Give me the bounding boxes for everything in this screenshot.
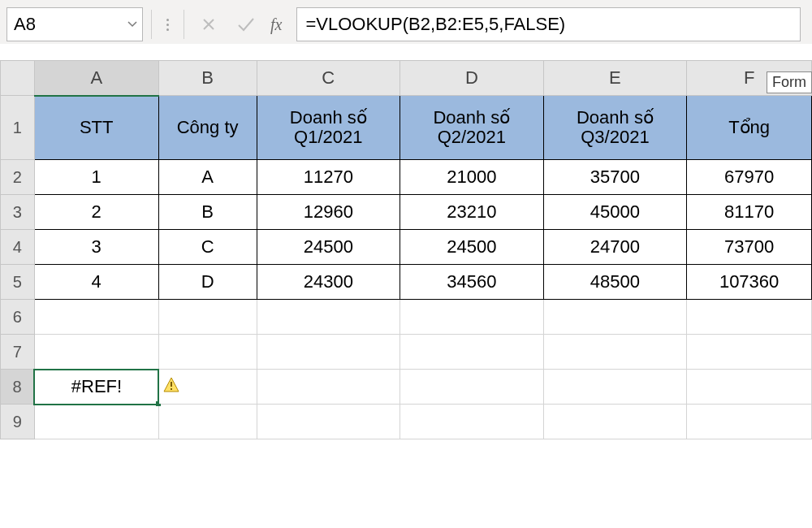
cell-F5[interactable]: 107360 bbox=[687, 265, 812, 300]
name-box[interactable]: A8 bbox=[6, 7, 143, 41]
column-header-D[interactable]: D bbox=[400, 61, 544, 96]
cell-A3[interactable]: 2 bbox=[34, 195, 158, 230]
row-header-4[interactable]: 4 bbox=[1, 230, 35, 265]
row-header-5[interactable]: 5 bbox=[1, 265, 35, 300]
cell-D3[interactable]: 23210 bbox=[400, 195, 544, 230]
cell-A8-value: #REF! bbox=[71, 376, 122, 396]
cell-C8[interactable] bbox=[257, 370, 400, 405]
cell-C2[interactable]: 11270 bbox=[257, 160, 400, 195]
separator bbox=[151, 10, 152, 39]
cell-E8[interactable] bbox=[543, 370, 687, 405]
select-all-corner[interactable] bbox=[1, 61, 35, 96]
row-header-1[interactable]: 1 bbox=[1, 96, 35, 160]
row-header-3[interactable]: 3 bbox=[1, 195, 35, 230]
cell-B7[interactable] bbox=[158, 335, 257, 370]
formula-text: =VLOOKUP(B2,B2:E5,5,FALSE) bbox=[305, 14, 565, 35]
cell-A7[interactable] bbox=[34, 335, 158, 370]
cell-E4[interactable]: 24700 bbox=[543, 230, 687, 265]
enter-formula-button[interactable] bbox=[230, 8, 262, 41]
row-header-9[interactable]: 9 bbox=[1, 405, 35, 439]
svg-rect-0 bbox=[171, 382, 172, 387]
cell-C9[interactable] bbox=[257, 405, 400, 439]
cell-E2[interactable]: 35700 bbox=[543, 160, 687, 195]
error-trace-icon[interactable] bbox=[162, 376, 180, 394]
cell-D2[interactable]: 21000 bbox=[400, 160, 544, 195]
row-header-8[interactable]: 8 bbox=[1, 370, 35, 405]
cell-F3[interactable]: 81170 bbox=[687, 195, 812, 230]
separator bbox=[184, 10, 184, 39]
cell-C7[interactable] bbox=[257, 335, 400, 370]
cell-B9[interactable] bbox=[158, 405, 257, 439]
cell-F8[interactable] bbox=[687, 370, 812, 405]
cell-A8-active[interactable]: #REF! bbox=[34, 370, 158, 405]
cell-E9[interactable] bbox=[543, 405, 687, 439]
cell-C3[interactable]: 12960 bbox=[257, 195, 400, 230]
cell-C6[interactable] bbox=[257, 300, 400, 335]
cell-C4[interactable]: 24500 bbox=[257, 230, 400, 265]
insert-function-button[interactable]: fx bbox=[267, 15, 292, 34]
cell-D1[interactable]: Doanh số Q2/2021 bbox=[400, 96, 544, 160]
cell-F6[interactable] bbox=[687, 300, 812, 335]
cell-D6[interactable] bbox=[400, 300, 544, 335]
column-header-A[interactable]: A bbox=[34, 61, 158, 96]
name-box-value: A8 bbox=[14, 14, 36, 35]
cell-B8[interactable] bbox=[158, 370, 257, 405]
cell-A9[interactable] bbox=[34, 405, 158, 439]
cell-F7[interactable] bbox=[687, 335, 812, 370]
cell-E6[interactable] bbox=[543, 300, 687, 335]
cell-A6[interactable] bbox=[34, 300, 158, 335]
cell-B4[interactable]: C bbox=[158, 230, 257, 265]
row-header-7[interactable]: 7 bbox=[1, 335, 35, 370]
name-box-dropdown-icon[interactable] bbox=[127, 21, 137, 28]
cell-A2[interactable]: 1 bbox=[34, 160, 158, 195]
svg-rect-1 bbox=[171, 388, 172, 390]
cell-B6[interactable] bbox=[158, 300, 257, 335]
cell-B1[interactable]: Công ty bbox=[158, 96, 257, 160]
cell-B2[interactable]: A bbox=[158, 160, 257, 195]
formula-bar-row: A8 fx =VLOOKUP(B2,B2:E5,5,FALSE) bbox=[0, 5, 812, 44]
formula-input[interactable]: =VLOOKUP(B2,B2:E5,5,FALSE) bbox=[296, 7, 801, 41]
truncated-tooltip: Form bbox=[767, 71, 812, 93]
row-header-6[interactable]: 6 bbox=[1, 300, 35, 335]
cell-D5[interactable]: 34560 bbox=[400, 265, 544, 300]
cell-C5[interactable]: 24300 bbox=[257, 265, 400, 300]
column-header-E[interactable]: E bbox=[543, 61, 687, 96]
cell-E5[interactable]: 48500 bbox=[543, 265, 687, 300]
cell-D9[interactable] bbox=[400, 405, 544, 439]
cell-E1[interactable]: Doanh số Q3/2021 bbox=[543, 96, 687, 160]
cell-D4[interactable]: 24500 bbox=[400, 230, 544, 265]
cell-F9[interactable] bbox=[687, 405, 812, 439]
column-header-B[interactable]: B bbox=[158, 61, 257, 96]
cell-B5[interactable]: D bbox=[158, 265, 257, 300]
more-icon[interactable] bbox=[160, 19, 175, 31]
cancel-formula-button[interactable] bbox=[192, 8, 225, 41]
spreadsheet-grid[interactable]: A B C D E F 1 STT Công ty Doanh số Q1/20… bbox=[0, 60, 812, 439]
cell-C1[interactable]: Doanh số Q1/2021 bbox=[257, 96, 400, 160]
cell-E3[interactable]: 45000 bbox=[543, 195, 687, 230]
cell-A1[interactable]: STT bbox=[34, 96, 158, 160]
row-header-2[interactable]: 2 bbox=[1, 160, 35, 195]
column-header-C[interactable]: C bbox=[257, 61, 400, 96]
cell-B3[interactable]: B bbox=[158, 195, 257, 230]
cell-D8[interactable] bbox=[400, 370, 544, 405]
cell-A5[interactable]: 4 bbox=[34, 265, 158, 300]
cell-F1[interactable]: Tổng bbox=[687, 96, 812, 160]
cell-F2[interactable]: 67970 bbox=[687, 160, 812, 195]
cell-D7[interactable] bbox=[400, 335, 544, 370]
cell-A4[interactable]: 3 bbox=[34, 230, 158, 265]
cell-E7[interactable] bbox=[543, 335, 687, 370]
cell-F4[interactable]: 73700 bbox=[687, 230, 812, 265]
